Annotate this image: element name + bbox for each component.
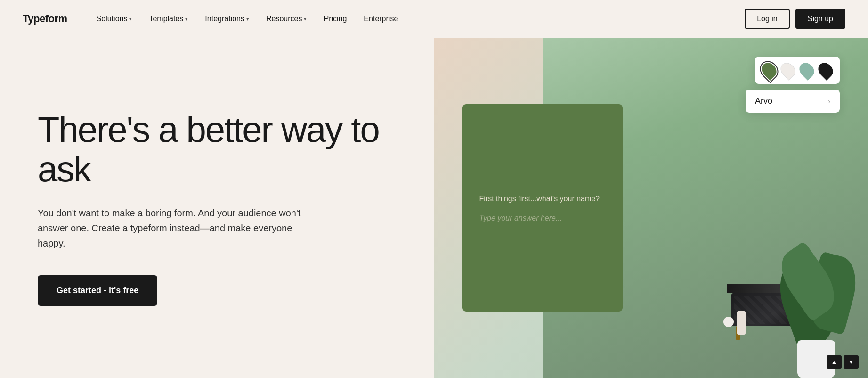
- nav-item-solutions[interactable]: Solutions ▾: [90, 11, 139, 27]
- decorative-plant: [774, 189, 859, 378]
- nav-item-resources[interactable]: Resources ▾: [260, 11, 313, 27]
- form-answer-placeholder[interactable]: Type your answer here...: [479, 214, 606, 222]
- brand-logo[interactable]: Typeform: [23, 13, 67, 25]
- form-question: First things first...what's your name?: [479, 193, 606, 205]
- nav-item-pricing[interactable]: Pricing: [317, 11, 353, 27]
- font-picker-arrow-icon: ›: [828, 98, 830, 105]
- hero-section: There's a better way to ask You don't wa…: [0, 38, 868, 378]
- cta-button[interactable]: Get started - it's free: [38, 275, 157, 306]
- color-option-cream[interactable]: [778, 60, 798, 81]
- signup-button[interactable]: Sign up: [795, 9, 845, 29]
- hero-right-visual: Arvo › First things first...what's your …: [434, 38, 868, 378]
- chevron-down-icon: ▾: [246, 16, 249, 22]
- hero-subtitle: You don't want to make a boring form. An…: [38, 205, 301, 251]
- font-picker-widget[interactable]: Arvo ›: [746, 90, 840, 113]
- color-option-sage[interactable]: [796, 60, 817, 81]
- nav-item-templates[interactable]: Templates ▾: [142, 11, 195, 27]
- nav-item-integrations[interactable]: Integrations ▾: [198, 11, 256, 27]
- chevron-down-icon: ▾: [129, 16, 132, 22]
- color-option-olive[interactable]: [759, 60, 779, 81]
- form-nav-arrows: ▲ ▼: [827, 355, 859, 369]
- chevron-down-icon: ▾: [185, 16, 188, 22]
- form-next-button[interactable]: ▼: [844, 355, 859, 369]
- decor-cylinder: [737, 311, 746, 335]
- nav-links: Solutions ▾ Templates ▾ Integrations ▾ R…: [90, 11, 745, 27]
- color-option-black[interactable]: [815, 60, 836, 81]
- form-preview-card: First things first...what's your name? T…: [462, 104, 623, 312]
- decor-sphere: [723, 317, 734, 327]
- color-picker-widget[interactable]: [755, 57, 840, 84]
- login-button[interactable]: Log in: [745, 9, 790, 29]
- navbar: Typeform Solutions ▾ Templates ▾ Integra…: [0, 0, 868, 38]
- nav-item-enterprise[interactable]: Enterprise: [357, 11, 405, 27]
- form-prev-button[interactable]: ▲: [827, 355, 842, 369]
- font-name-label: Arvo: [755, 96, 772, 106]
- hero-left-content: There's a better way to ask You don't wa…: [0, 38, 434, 378]
- chevron-down-icon: ▾: [304, 16, 307, 22]
- nav-auth: Log in Sign up: [745, 9, 845, 29]
- hero-title: There's a better way to ask: [38, 110, 397, 189]
